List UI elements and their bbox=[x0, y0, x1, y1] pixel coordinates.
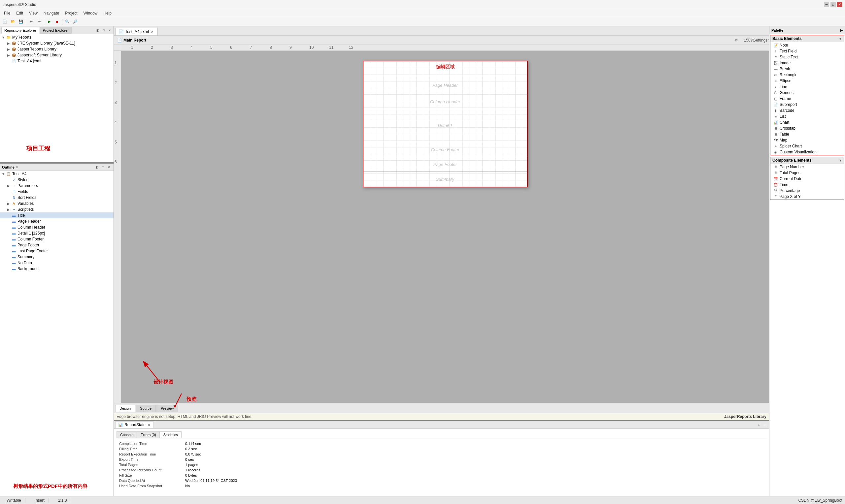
section-page-header[interactable]: Page Header bbox=[364, 76, 527, 94]
composite-item-current-date[interactable]: 📅Current Date bbox=[770, 176, 844, 182]
tree-item-jaspersoft-server[interactable]: ▶ 📦 Jaspersoft Server Library bbox=[0, 52, 113, 58]
menu-help[interactable]: Help bbox=[101, 10, 114, 16]
outline-item-parameters[interactable]: ▶ → Parameters bbox=[0, 183, 113, 189]
palette-item-rectangle[interactable]: ▭Rectangle bbox=[770, 72, 844, 78]
palette-item-chart[interactable]: 📊Chart bbox=[770, 120, 844, 125]
palette-item-break[interactable]: —Break bbox=[770, 66, 844, 72]
expand-server[interactable]: ▶ bbox=[6, 53, 11, 57]
zoom-out-button[interactable]: 🔎 bbox=[72, 18, 79, 25]
outline-item-fields[interactable]: ▶ ⊞ Fields bbox=[0, 189, 113, 195]
section-detail1[interactable]: Detail 1 bbox=[364, 109, 527, 142]
panel-action-3[interactable]: ✕ bbox=[107, 28, 112, 33]
undo-button[interactable]: ↩ bbox=[28, 18, 35, 25]
palette-item-note[interactable]: 📝Note bbox=[770, 42, 844, 48]
canvas-scroll-area[interactable]: 编辑区域 Title Page Header Column Header bbox=[121, 51, 769, 403]
outline-item-no-data[interactable]: ▶ ▬ No Data bbox=[0, 260, 113, 266]
palette-item-custom-visualization[interactable]: ◈Custom Visualization bbox=[770, 149, 844, 155]
composite-item-time[interactable]: ⏰Time bbox=[770, 182, 844, 188]
palette-item-text-field[interactable]: TText Field bbox=[770, 48, 844, 54]
tab-project-explorer[interactable]: Project Explorer bbox=[40, 27, 72, 34]
expand-jr[interactable]: ▶ bbox=[6, 47, 11, 51]
palette-item-list[interactable]: ≡List bbox=[770, 113, 844, 120]
outline-item-last-page-footer[interactable]: ▶ ▬ Last Page Footer bbox=[0, 248, 113, 254]
menu-navigate[interactable]: Navigate bbox=[41, 10, 62, 16]
expand-parameters[interactable]: ▶ bbox=[6, 184, 11, 188]
outline-item-page-header[interactable]: ▶ ▬ Page Header bbox=[0, 218, 113, 224]
bottom-tab-report-state[interactable]: 📊 ReportState ✕ bbox=[115, 421, 154, 428]
zoom-in-button[interactable]: 🔍 bbox=[64, 18, 71, 25]
expand-scriptlets[interactable]: ▶ bbox=[6, 208, 11, 212]
tree-item-test-jrxml[interactable]: ▶ 📄 Test_A4.jrxml bbox=[0, 58, 113, 64]
panel-action-1[interactable]: ◧ bbox=[95, 28, 100, 33]
composite-item-page-x-of-y[interactable]: #Page X of Y bbox=[770, 194, 844, 200]
palette-item-table[interactable]: ⊟Table bbox=[770, 131, 844, 137]
close-button[interactable]: ✕ bbox=[837, 2, 842, 7]
palette-item-crosstab[interactable]: ⊞Crosstab bbox=[770, 125, 844, 131]
outline-item-page-footer[interactable]: ▶ ▬ Page Footer bbox=[0, 242, 113, 248]
menu-view[interactable]: View bbox=[27, 10, 40, 16]
palette-item-spider-chart[interactable]: ✦Spider Chart bbox=[770, 143, 844, 149]
composite-item-percentage[interactable]: %Percentage bbox=[770, 188, 844, 194]
section-column-footer[interactable]: Column Footer bbox=[364, 142, 527, 157]
report-state-tab-errors[interactable]: Errors (0) bbox=[137, 431, 159, 438]
outline-item-styles[interactable]: ▶ ✓ Styles bbox=[0, 177, 113, 183]
outline-item-title[interactable]: ▶ ▬ Title bbox=[0, 212, 113, 218]
expand-jre[interactable]: ▶ bbox=[6, 41, 11, 45]
outline-item-sort-fields[interactable]: ▶ ⇅ Sort Fields bbox=[0, 195, 113, 200]
composite-item-page-number[interactable]: #Page Number bbox=[770, 164, 844, 170]
palette-item-subreport[interactable]: 📄Subreport bbox=[770, 102, 844, 108]
minimize-button[interactable]: ─ bbox=[824, 2, 829, 7]
outline-item-scriptlets[interactable]: ▶ ✦ Scriptlets bbox=[0, 206, 113, 212]
tab-repository-explorer[interactable]: Repository Explorer bbox=[1, 27, 39, 34]
outline-action-2[interactable]: □ bbox=[100, 165, 106, 170]
palette-chevron[interactable]: ▶ bbox=[840, 29, 843, 32]
menu-file[interactable]: File bbox=[1, 10, 13, 16]
outline-item-summary[interactable]: ▶ ▬ Summary bbox=[0, 254, 113, 260]
composite-item-total-pages[interactable]: #Total Pages bbox=[770, 170, 844, 176]
outline-item-background[interactable]: ▶ ▬ Background bbox=[0, 266, 113, 272]
section-summary[interactable]: Summary bbox=[364, 172, 527, 187]
expand-vars[interactable]: ▶ bbox=[6, 201, 11, 205]
file-tab-close[interactable]: ✕ bbox=[150, 30, 154, 34]
open-button[interactable]: 📂 bbox=[9, 18, 17, 25]
expand-test-a4[interactable]: ▼ bbox=[1, 172, 5, 176]
tree-item-myreports[interactable]: ▼ 📁 MyReports bbox=[0, 34, 113, 40]
expand-myreports[interactable]: ▼ bbox=[1, 35, 5, 39]
palette-item-line[interactable]: /Line bbox=[770, 84, 844, 90]
outline-action-1[interactable]: ◧ bbox=[94, 165, 100, 170]
palette-item-map[interactable]: 🗺Map bbox=[770, 137, 844, 143]
outline-item-test-a4[interactable]: ▼ 📋 Test_A4 bbox=[0, 171, 113, 177]
palette-item-generic[interactable]: ⬡Generic bbox=[770, 90, 844, 96]
report-state-tab-console[interactable]: Console bbox=[117, 431, 137, 438]
new-button[interactable]: 📄 bbox=[1, 18, 8, 25]
restore-button[interactable]: □ bbox=[830, 2, 836, 7]
settings-button[interactable]: Settings ▼ bbox=[758, 37, 766, 44]
section-column-header[interactable]: Column Header bbox=[364, 94, 527, 109]
palette-item-ellipse[interactable]: ○Ellipse bbox=[770, 78, 844, 84]
bottom-minimize-button[interactable]: — bbox=[762, 422, 768, 428]
tree-item-jre[interactable]: ▶ 📦 JRE System Library [JavaSE-11] bbox=[0, 40, 113, 46]
palette-item-static-text[interactable]: ≡Static Text bbox=[770, 54, 844, 60]
palette-item-barcode[interactable]: ▮Barcode bbox=[770, 108, 844, 113]
window-controls[interactable]: ─ □ ✕ bbox=[824, 2, 842, 7]
panel-action-2[interactable]: □ bbox=[101, 28, 106, 33]
stop-button[interactable]: ■ bbox=[53, 18, 61, 25]
menu-project[interactable]: Project bbox=[63, 10, 80, 16]
menu-edit[interactable]: Edit bbox=[14, 10, 26, 16]
menu-window[interactable]: Window bbox=[81, 10, 100, 16]
design-tab-preview[interactable]: Preview bbox=[156, 405, 178, 412]
tree-item-jasperreports[interactable]: ▶ 📦 JasperReports Library bbox=[0, 46, 113, 52]
file-tab-jrxml[interactable]: 📄 Test_A4.jrxml ✕ bbox=[115, 28, 158, 35]
outline-item-variables[interactable]: ▶ A Variables bbox=[0, 200, 113, 206]
zoom-fit-button[interactable]: ⊡ bbox=[734, 37, 739, 43]
palette-basic-header[interactable]: Basic Elements ▼ bbox=[770, 35, 844, 42]
outline-item-column-header[interactable]: ▶ ▬ Column Header bbox=[0, 224, 113, 230]
palette-item-image[interactable]: 🖼Image bbox=[770, 60, 844, 66]
save-button[interactable]: 💾 bbox=[17, 18, 24, 25]
design-tab-design[interactable]: Design bbox=[115, 405, 135, 412]
redo-button[interactable]: ↪ bbox=[35, 18, 42, 25]
bottom-maximize-button[interactable]: □ bbox=[757, 422, 762, 428]
bottom-tab-close[interactable]: ✕ bbox=[147, 423, 151, 427]
report-state-tab-statistics[interactable]: Statistics bbox=[160, 431, 181, 438]
palette-composite-header[interactable]: Composite Elements ▼ bbox=[770, 157, 844, 164]
